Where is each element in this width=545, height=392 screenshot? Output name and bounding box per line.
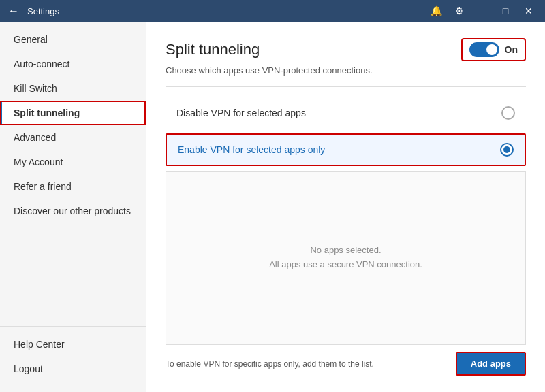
bottom-hint: To enable VPN for specific apps only, ad… [166,359,456,369]
radio-enable-vpn-only-circle [500,143,514,157]
sidebar-nav: General Auto-connect Kill Switch Split t… [0,22,146,326]
toggle-thumb [486,44,497,55]
bottom-bar: To enable VPN for specific apps only, ad… [166,344,526,376]
app-title: Settings [27,6,425,16]
add-apps-button[interactable]: Add apps [456,352,526,376]
toggle-label: On [505,44,518,55]
window-controls: 🔔 ⚙ — □ ✕ [425,0,540,22]
split-tunneling-toggle[interactable] [469,42,499,57]
content-header: Split tunneling On [166,38,526,61]
back-icon: ← [8,5,19,17]
sidebar-item-advanced[interactable]: Advanced [0,125,146,150]
close-icon: ✕ [525,5,533,16]
radio-disable-vpn[interactable]: Disable VPN for selected apps [166,98,526,128]
radio-disable-vpn-circle [501,106,515,120]
divider [166,86,526,87]
bell-icon: 🔔 [431,5,442,16]
sidebar-item-help-center[interactable]: Help Center [0,332,146,357]
main-layout: General Auto-connect Kill Switch Split t… [0,22,545,392]
settings-button[interactable]: ⚙ [448,0,470,22]
empty-state-line1: No apps selected. [310,244,381,258]
toggle-track [469,42,499,57]
minimize-button[interactable]: — [471,0,493,22]
back-button[interactable]: ← [5,3,22,19]
sidebar-item-refer-a-friend[interactable]: Refer a friend [0,174,146,199]
sidebar-item-my-account[interactable]: My Account [0,150,146,174]
sidebar-item-kill-switch[interactable]: Kill Switch [0,76,146,101]
toggle-container[interactable]: On [461,38,526,61]
sidebar-bottom: Help Center Logout [0,326,146,392]
gear-icon: ⚙ [455,5,464,16]
close-button[interactable]: ✕ [518,0,540,22]
sidebar-item-logout[interactable]: Logout [0,357,146,381]
empty-state-line2: All apps use a secure VPN connection. [269,258,422,272]
maximize-button[interactable]: □ [495,0,516,22]
sidebar-item-split-tunneling[interactable]: Split tunneling [0,101,146,125]
content-subtitle: Choose which apps use VPN-protected conn… [166,65,526,76]
radio-enable-vpn-only-label: Enable VPN for selected apps only [178,144,325,155]
titlebar: ← Settings 🔔 ⚙ — □ ✕ [0,0,545,22]
page-title: Split tunneling [166,41,260,59]
sidebar-item-general[interactable]: General [0,27,146,52]
radio-enable-vpn-only[interactable]: Enable VPN for selected apps only [166,133,526,166]
radio-disable-vpn-label: Disable VPN for selected apps [176,108,306,118]
minimize-icon: — [478,5,487,16]
sidebar: General Auto-connect Kill Switch Split t… [0,22,146,392]
maximize-icon: □ [503,5,508,16]
notification-button[interactable]: 🔔 [425,0,447,22]
sidebar-item-auto-connect[interactable]: Auto-connect [0,52,146,76]
sidebar-item-discover[interactable]: Discover our other products [0,199,146,223]
apps-list-area: No apps selected. All apps use a secure … [166,172,526,344]
content-area: Split tunneling On Choose which apps use… [146,22,545,392]
